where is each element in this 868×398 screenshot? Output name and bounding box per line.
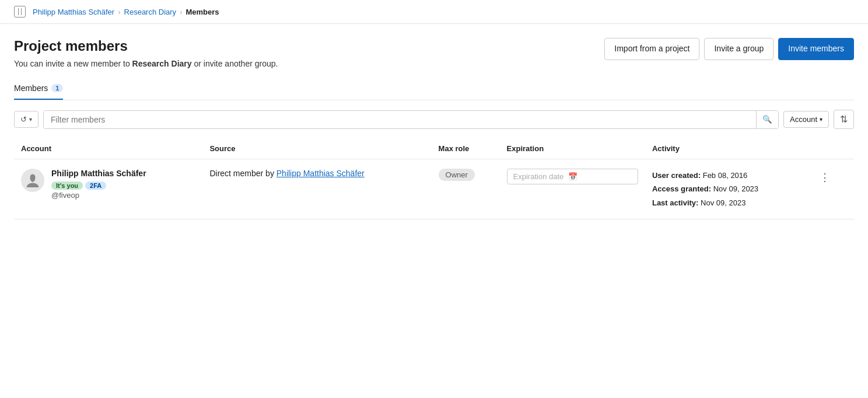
main-content: Project members You can invite a new mem…: [0, 24, 868, 219]
col-actions: [808, 138, 854, 159]
invite-members-button[interactable]: Invite members: [778, 38, 854, 60]
breadcrumb: Philipp Matthias Schäfer › Research Diar…: [0, 0, 868, 24]
member-expiration-cell: Expiration date 📅: [500, 159, 645, 219]
expiration-date-input[interactable]: Expiration date 📅: [507, 169, 638, 184]
activity-last-label: Last activity:: [652, 198, 698, 207]
col-max-role: Max role: [432, 138, 500, 159]
search-icon: 🔍: [762, 115, 772, 124]
search-input[interactable]: [44, 111, 756, 128]
col-expiration: Expiration: [500, 138, 645, 159]
member-info: Philipp Matthias Schäfer It's you2FA @fi…: [21, 169, 195, 200]
breadcrumb-current: Members: [186, 8, 219, 16]
expiration-placeholder: Expiration date: [513, 172, 564, 181]
role-badge[interactable]: Owner: [439, 169, 475, 181]
breadcrumb-sep-2: ›: [180, 8, 182, 16]
header-actions: Import from a project Invite a group Inv…: [604, 38, 854, 60]
member-details: Philipp Matthias Schäfer It's you2FA @fi…: [51, 169, 146, 200]
member-role-cell: Owner: [432, 159, 500, 219]
tab-members-label: Members: [14, 83, 48, 93]
badge--fa: 2FA: [85, 181, 106, 190]
page-subtitle: You can invite a new member to Research …: [14, 59, 278, 68]
col-source: Source: [202, 138, 431, 159]
member-actions-cell: ⋮: [808, 159, 854, 219]
source-link[interactable]: Philipp Matthias Schäfer: [276, 169, 365, 178]
activity-access-granted-label: Access granted:: [652, 184, 711, 193]
filter-account-button[interactable]: Account ▾: [783, 111, 829, 128]
member-account-cell: Philipp Matthias Schäfer It's you2FA @fi…: [14, 159, 202, 219]
page-header: Project members You can invite a new mem…: [14, 38, 854, 68]
search-button[interactable]: 🔍: [756, 111, 778, 128]
filter-search: 🔍: [43, 110, 779, 129]
member-username: @fiveop: [51, 191, 146, 200]
subtitle-project: Research Diary: [132, 59, 192, 68]
activity-last-value: Nov 09, 2023: [701, 198, 746, 207]
member-source-cell: Direct member by Philipp Matthias Schäfe…: [202, 159, 431, 219]
breadcrumb-user[interactable]: Philipp Matthias Schäfer: [33, 8, 114, 16]
filter-history-button[interactable]: ↺ ▾: [14, 111, 38, 128]
breadcrumb-sep-1: ›: [118, 8, 120, 16]
members-table: Account Source Max role Expiration Activ…: [14, 138, 854, 219]
member-name: Philipp Matthias Schäfer: [51, 169, 146, 178]
activity-access-granted-value: Nov 09, 2023: [713, 184, 758, 193]
avatar: [21, 169, 44, 192]
activity-info: User created: Feb 08, 2016 Access grante…: [652, 169, 801, 210]
page-title: Project members: [14, 38, 278, 54]
import-from-project-button[interactable]: Import from a project: [604, 38, 699, 60]
activity-user-created-value: Feb 08, 2016: [703, 171, 748, 180]
activity-user-created-label: User created:: [652, 171, 701, 180]
subtitle-prefix: You can invite a new member to: [14, 59, 132, 68]
history-icon: ↺: [20, 115, 27, 124]
chevron-down-icon: ▾: [820, 116, 822, 123]
tab-members-count: 1: [51, 84, 63, 92]
member-badges: It's you2FA: [51, 180, 146, 190]
sort-button[interactable]: ⇅: [834, 110, 854, 129]
chevron-down-icon: ▾: [29, 116, 32, 123]
table-row: Philipp Matthias Schäfer It's you2FA @fi…: [14, 159, 854, 219]
member-activity-cell: User created: Feb 08, 2016 Access grante…: [645, 159, 808, 219]
subtitle-suffix: or invite another group.: [192, 59, 278, 68]
col-account: Account: [14, 138, 202, 159]
source-prefix: Direct member by: [209, 169, 276, 178]
col-activity: Activity: [645, 138, 808, 159]
page-header-left: Project members You can invite a new mem…: [14, 38, 278, 68]
avatar-icon: [24, 172, 41, 189]
table-header-row: Account Source Max role Expiration Activ…: [14, 138, 854, 159]
breadcrumb-project[interactable]: Research Diary: [124, 8, 177, 16]
sort-icon: ⇅: [840, 114, 848, 125]
tab-members[interactable]: Members 1: [14, 78, 63, 100]
more-actions-button[interactable]: ⋮: [815, 169, 835, 186]
invite-group-button[interactable]: Invite a group: [704, 38, 774, 60]
filter-row: ↺ ▾ 🔍 Account ▾ ⇅: [14, 110, 854, 129]
calendar-icon: 📅: [568, 172, 578, 181]
account-filter-label: Account: [790, 115, 817, 124]
badge-it-s-you: It's you: [51, 181, 83, 190]
tabs: Members 1: [14, 78, 854, 100]
sidebar-toggle[interactable]: [14, 6, 26, 18]
